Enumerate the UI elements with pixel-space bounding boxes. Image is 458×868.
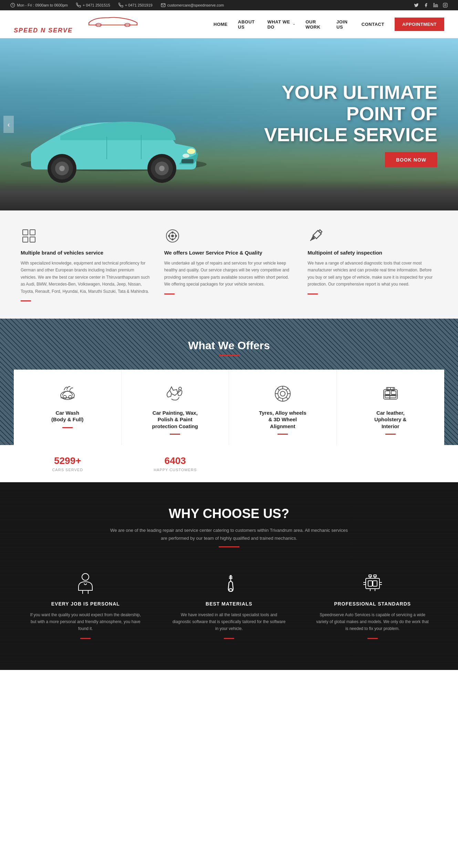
offers-divider — [219, 355, 239, 356]
features-section: Multiple brand of vehicles service With … — [0, 210, 458, 319]
nav-what-we-do[interactable]: WHAT WE DO — [267, 19, 295, 30]
svg-point-28 — [172, 239, 173, 240]
svg-rect-20 — [181, 159, 194, 163]
why-1-name: EVERY JOB IS PERSONAL — [28, 601, 144, 607]
feature-1-icon — [21, 228, 150, 244]
phone1-info: + 0471 2501515 — [76, 3, 110, 8]
stats-bar: 5299+ CARS SERVED 6403 HAPPY CUSTOMERS — [0, 445, 458, 482]
main-nav: HOME ABOUT US WHAT WE DO OUR WORK JOIN U… — [214, 18, 444, 31]
feature-1-desc: With specialized knowledge, equipment an… — [21, 260, 150, 295]
offer-4-name: Car leather,Upholstery &Interior — [344, 410, 438, 430]
feature-1: Multiple brand of vehicles service With … — [21, 228, 150, 301]
offer-4-divider — [385, 434, 396, 435]
feature-1-divider — [21, 300, 31, 301]
svg-point-31 — [171, 235, 174, 237]
svg-rect-21 — [23, 230, 28, 235]
nav-contact[interactable]: CONTACT — [362, 22, 384, 27]
logo[interactable]: SPEED N SERVE — [14, 14, 214, 34]
why-card-1: EVERY JOB IS PERSONAL If you want the qu… — [21, 565, 150, 646]
svg-point-40 — [280, 391, 285, 396]
hero-prev-arrow[interactable]: ‹ — [3, 116, 14, 133]
feature-1-title: Multiple brand of vehicles service — [21, 250, 150, 256]
happy-customers-label: HAPPY CUSTOMERS — [122, 468, 229, 472]
svg-point-27 — [172, 232, 173, 233]
happy-customers-number: 6403 — [122, 455, 229, 466]
svg-point-2 — [434, 3, 434, 4]
logo-car-icon — [14, 14, 214, 28]
svg-point-13 — [59, 166, 65, 171]
svg-rect-65 — [368, 581, 372, 586]
feature-2-icon — [164, 228, 294, 244]
stat-2: 6403 HAPPY CUSTOMERS — [122, 455, 229, 472]
svg-line-45 — [277, 388, 279, 390]
stat-1: 5299+ CARS SERVED — [14, 455, 122, 472]
feature-2-divider — [164, 293, 175, 294]
why-1-desc: If you want the quality you would expect… — [28, 611, 144, 632]
offer-1-divider — [62, 427, 73, 428]
nav-about[interactable]: ABOUT US — [238, 19, 257, 30]
feature-3-title: Multipoint of safety inspection — [308, 250, 437, 256]
person-icon — [28, 571, 144, 596]
why-2-name: BEST MATERIALS — [171, 601, 287, 607]
social-links — [414, 3, 448, 8]
why-3-desc: Speednserve Auto Services is capable of … — [314, 611, 430, 632]
offer-card-4: Car leather,Upholstery &Interior — [337, 370, 445, 445]
wrench-icon — [171, 571, 287, 596]
chevron-down-icon — [293, 23, 295, 26]
svg-rect-24 — [30, 237, 35, 242]
svg-point-35 — [69, 395, 72, 399]
svg-point-30 — [175, 235, 177, 237]
nav-join-us[interactable]: JOIN US — [336, 19, 351, 30]
book-now-button[interactable]: BOOK NOW — [385, 152, 437, 167]
hours-info: Mon - Fri : 0900am to 0600pm — [10, 3, 68, 8]
why-title: WHY CHOOSE US? — [21, 506, 437, 521]
offer-2-divider — [170, 434, 180, 435]
nav-home[interactable]: HOME — [214, 22, 228, 27]
why-card-2: BEST MATERIALS We have invested in all t… — [164, 565, 294, 646]
feature-2-title: We offers Lower Service Price & Quality — [164, 250, 294, 256]
hero-title: YOUR ULTIMATE POINT OF VEHICLE SERVICE — [264, 82, 437, 145]
svg-rect-23 — [23, 237, 28, 242]
appointment-button[interactable]: APPOINTMENT — [395, 18, 444, 31]
car-painting-icon — [128, 383, 222, 404]
svg-line-46 — [286, 397, 288, 399]
svg-point-36 — [179, 387, 181, 390]
offers-section: What We Offers Car Wash(Body & Full) — [0, 319, 458, 445]
svg-point-34 — [63, 395, 66, 399]
why-cards: EVERY JOB IS PERSONAL If you want the qu… — [21, 565, 437, 646]
feature-3-divider — [308, 293, 318, 294]
svg-rect-1 — [434, 4, 434, 7]
svg-point-60 — [229, 589, 232, 591]
offer-card-2: Car Painting, Wax,Polish & Paintprotecti… — [122, 370, 229, 445]
svg-rect-51 — [391, 391, 396, 394]
car-illustration — [10, 92, 217, 195]
feature-2: We offers Lower Service Price & Quality … — [164, 228, 294, 301]
cars-served-number: 5299+ — [14, 455, 122, 466]
svg-rect-50 — [385, 391, 390, 394]
svg-line-47 — [286, 388, 288, 390]
tyre-icon — [236, 383, 330, 404]
offer-card-3: Tyres, Alloy wheels& 3D WheelAlignment — [229, 370, 337, 445]
nav-our-work[interactable]: OUR WORK — [305, 19, 326, 30]
top-bar: Mon - Fri : 0900am to 0600pm + 0471 2501… — [0, 0, 458, 10]
svg-point-29 — [168, 235, 170, 237]
why-1-divider — [80, 638, 91, 639]
engine-icon — [314, 571, 430, 596]
svg-rect-3 — [443, 3, 447, 7]
feature-3-icon — [308, 228, 437, 244]
offer-card-1: Car Wash(Body & Full) — [14, 370, 122, 445]
offer-2-name: Car Painting, Wax,Polish & Paintprotecti… — [128, 410, 222, 430]
stat-3 — [229, 455, 337, 472]
feature-3: Multipoint of safety inspection We have … — [308, 228, 437, 301]
why-section: WHY CHOOSE US? We are one of the leading… — [0, 482, 458, 670]
why-2-divider — [224, 638, 234, 639]
stat-4 — [337, 455, 445, 472]
email-info: customercare@speednserve.com — [161, 3, 224, 8]
offer-3-name: Tyres, Alloy wheels& 3D WheelAlignment — [236, 410, 330, 430]
offer-1-name: Car Wash(Body & Full) — [21, 410, 114, 423]
phone2-info: + 0471 2501919 — [118, 3, 153, 8]
svg-point-17 — [159, 166, 165, 171]
hero-car-image — [10, 92, 217, 197]
hero-text-block: YOUR ULTIMATE POINT OF VEHICLE SERVICE B… — [264, 82, 437, 167]
header: SPEED N SERVE HOME ABOUT US WHAT WE DO O… — [0, 10, 458, 38]
